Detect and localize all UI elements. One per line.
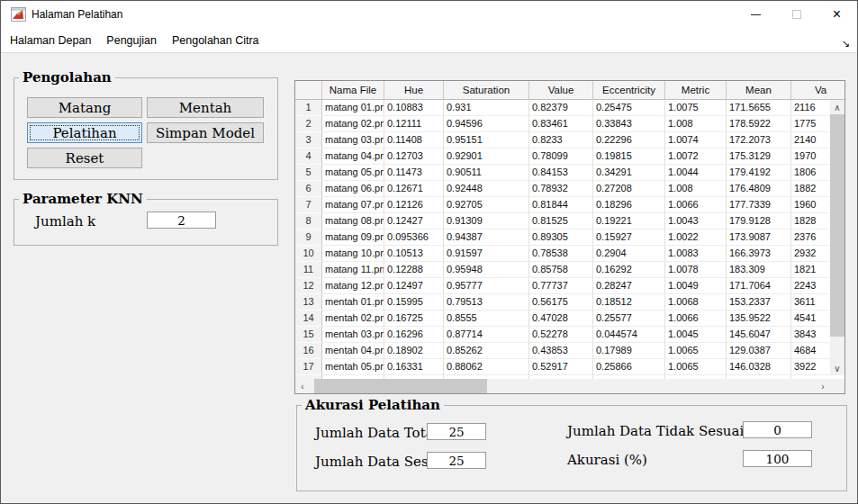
table-cell[interactable]: matang 09.png bbox=[322, 230, 384, 246]
table-cell[interactable]: 0.12126 bbox=[384, 197, 444, 213]
table-cell[interactable]: 4541 bbox=[791, 310, 832, 327]
minimize-button[interactable] bbox=[736, 1, 776, 28]
scroll-up-icon[interactable]: ∧ bbox=[830, 100, 844, 114]
table-cell[interactable]: 1828 bbox=[791, 213, 832, 230]
table-cell[interactable]: mentah 05.png bbox=[322, 359, 384, 375]
table-cell[interactable]: 0.87714 bbox=[444, 327, 529, 343]
table-cell[interactable]: 0.11408 bbox=[384, 132, 444, 148]
table-cell[interactable]: 0.85262 bbox=[444, 343, 529, 359]
close-button[interactable]: × bbox=[817, 1, 857, 28]
table-cell[interactable]: 146.0328 bbox=[727, 359, 791, 375]
table-cell[interactable]: 2932 bbox=[791, 246, 832, 262]
table-cell[interactable]: 3611 bbox=[791, 294, 832, 310]
table-cell[interactable]: 2376 bbox=[791, 230, 832, 246]
table-cell[interactable]: 1775 bbox=[791, 116, 832, 132]
table-cell[interactable]: 0.12703 bbox=[384, 148, 444, 165]
table-cell[interactable]: 0.34291 bbox=[593, 165, 665, 181]
table-cell[interactable]: 0.2904 bbox=[593, 246, 665, 262]
menu-pengolahan-citra[interactable]: Pengolahan Citra bbox=[172, 34, 259, 47]
table-cell[interactable]: mentah 02.png bbox=[322, 310, 384, 327]
table-cell[interactable]: 0.78538 bbox=[529, 246, 593, 262]
menu-halaman-depan[interactable]: Halaman Depan bbox=[10, 34, 91, 47]
table-cell[interactable]: matang 10.png bbox=[322, 246, 384, 262]
table-cell[interactable]: 2116 bbox=[791, 100, 832, 116]
jumlah-data-sesuai-field[interactable] bbox=[427, 452, 486, 469]
table-cell[interactable]: 0.12427 bbox=[384, 213, 444, 230]
table-cell[interactable]: mentah 03.png bbox=[322, 327, 384, 343]
table-cell[interactable]: 173.9087 bbox=[727, 230, 791, 246]
table-cell[interactable]: 178.5922 bbox=[727, 116, 791, 132]
table-cell[interactable]: 0.88062 bbox=[444, 359, 529, 375]
table-cell[interactable]: matang 01.png bbox=[322, 100, 384, 116]
table-cell[interactable]: 0.78099 bbox=[529, 148, 593, 165]
table-cell[interactable]: 1821 bbox=[791, 262, 832, 278]
table-cell[interactable]: 0.92448 bbox=[444, 181, 529, 197]
table-cell[interactable]: 1.0065 bbox=[665, 359, 727, 375]
table-cell[interactable]: 0.92705 bbox=[444, 197, 529, 213]
table-cell[interactable]: 0.16292 bbox=[593, 262, 665, 278]
jumlah-data-total-field[interactable] bbox=[427, 423, 486, 440]
table-cell[interactable]: 1.0078 bbox=[665, 262, 727, 278]
table-cell[interactable]: 2243 bbox=[791, 278, 832, 294]
table-cell[interactable]: 0.92901 bbox=[444, 148, 529, 165]
horizontal-scrollbar[interactable]: ‹ › bbox=[295, 379, 830, 393]
table-cell[interactable]: 0.95948 bbox=[444, 262, 529, 278]
table-cell[interactable]: 1882 bbox=[791, 181, 832, 197]
table-cell[interactable]: 0.8233 bbox=[529, 132, 593, 148]
table-cell[interactable]: mentah 01.png bbox=[322, 294, 384, 310]
table-cell[interactable]: 0.11473 bbox=[384, 165, 444, 181]
table-cell[interactable]: 0.15995 bbox=[384, 294, 444, 310]
table-cell[interactable]: 1.0075 bbox=[665, 100, 727, 116]
table-cell[interactable]: 0.19221 bbox=[593, 213, 665, 230]
table-cell[interactable]: 0.18902 bbox=[384, 343, 444, 359]
table-cell[interactable]: 145.6047 bbox=[727, 327, 791, 343]
table-cell[interactable]: 0.10513 bbox=[384, 246, 444, 262]
reset-button[interactable]: Reset bbox=[27, 148, 142, 168]
table-cell[interactable]: 0.12111 bbox=[384, 116, 444, 132]
table-cell[interactable]: 0.94387 bbox=[444, 230, 529, 246]
horizontal-scroll-thumb[interactable] bbox=[314, 379, 487, 393]
table-cell[interactable]: 1806 bbox=[791, 165, 832, 181]
pelatihan-button[interactable]: Pelatihan bbox=[27, 122, 142, 143]
table-cell[interactable]: 2140 bbox=[791, 132, 832, 148]
table-cell[interactable]: 0.18296 bbox=[593, 197, 665, 213]
table-cell[interactable]: 1.0068 bbox=[665, 294, 727, 310]
table-cell[interactable]: matang 04.png bbox=[322, 148, 384, 165]
vertical-scroll-thumb[interactable] bbox=[830, 114, 844, 337]
menu-pengujian[interactable]: Pengujian bbox=[106, 34, 157, 47]
table-cell[interactable]: 1.0044 bbox=[665, 165, 727, 181]
table-cell[interactable]: 0.25577 bbox=[593, 310, 665, 327]
table-cell[interactable]: 0.12671 bbox=[384, 181, 444, 197]
jumlah-data-tidak-sesuai-field[interactable] bbox=[743, 421, 812, 438]
table-cell[interactable]: 0.10883 bbox=[384, 100, 444, 116]
table-cell[interactable]: 0.47028 bbox=[529, 310, 593, 327]
table-cell[interactable]: 0.18512 bbox=[593, 294, 665, 310]
table-cell[interactable]: 129.0387 bbox=[727, 343, 791, 359]
table-cell[interactable]: 177.7339 bbox=[727, 197, 791, 213]
table-cell[interactable]: 0.81525 bbox=[529, 213, 593, 230]
table-cell[interactable]: 0.15927 bbox=[593, 230, 665, 246]
table-cell[interactable]: 179.9128 bbox=[727, 213, 791, 230]
table-cell[interactable]: 0.89305 bbox=[529, 230, 593, 246]
table-cell[interactable]: 3843 bbox=[791, 327, 832, 343]
table-cell[interactable]: 0.84153 bbox=[529, 165, 593, 181]
table-cell[interactable]: 1970 bbox=[791, 148, 832, 165]
table-cell[interactable]: 179.4192 bbox=[727, 165, 791, 181]
table-cell[interactable]: 0.52917 bbox=[529, 359, 593, 375]
table-cell[interactable]: 0.25475 bbox=[593, 100, 665, 116]
table-cell[interactable]: 0.17989 bbox=[593, 343, 665, 359]
table-cell[interactable]: matang 12.png bbox=[322, 278, 384, 294]
scroll-down-icon[interactable]: ∨ bbox=[830, 361, 844, 375]
table-cell[interactable]: 1960 bbox=[791, 197, 832, 213]
table-cell[interactable]: 0.43853 bbox=[529, 343, 593, 359]
table-cell[interactable]: 171.5655 bbox=[727, 100, 791, 116]
table-cell[interactable]: 0.81844 bbox=[529, 197, 593, 213]
table-cell[interactable]: 0.8555 bbox=[444, 310, 529, 327]
simpan-model-button[interactable]: Simpan Model bbox=[147, 122, 264, 143]
table-cell[interactable]: 0.78932 bbox=[529, 181, 593, 197]
table-cell[interactable]: 0.044574 bbox=[593, 327, 665, 343]
table-cell[interactable]: 0.16296 bbox=[384, 327, 444, 343]
table-cell[interactable]: 1.008 bbox=[665, 181, 727, 197]
table-cell[interactable]: 1.0066 bbox=[665, 310, 727, 327]
table-cell[interactable]: 0.095366 bbox=[384, 230, 444, 246]
